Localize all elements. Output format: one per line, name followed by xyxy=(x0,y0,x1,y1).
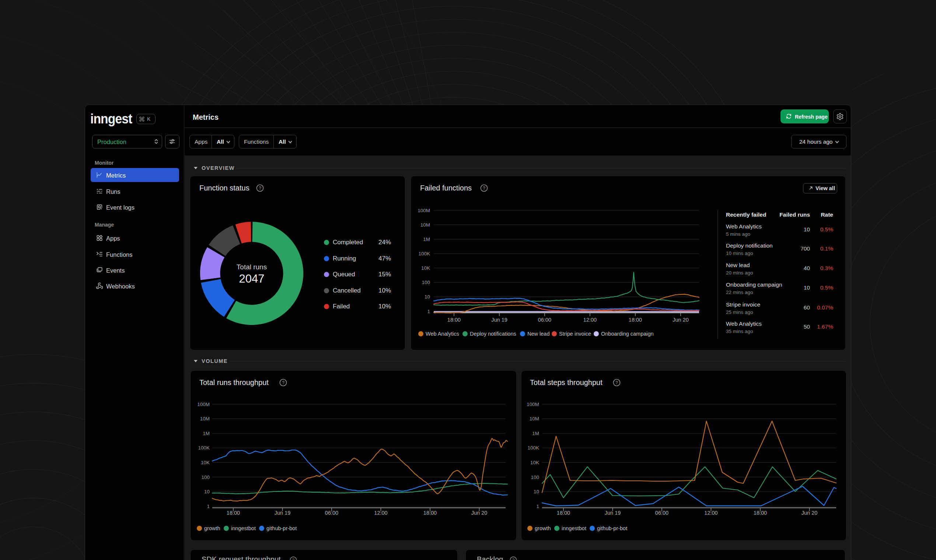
svg-text:100: 100 xyxy=(422,280,430,285)
svg-text:?: ? xyxy=(616,380,618,385)
svg-text:Jun 19: Jun 19 xyxy=(491,317,507,323)
svg-text:Stripe invoice: Stripe invoice xyxy=(559,331,591,337)
svg-text:?: ? xyxy=(282,380,285,385)
svg-text:github-pr-bot: github-pr-bot xyxy=(597,525,627,531)
svg-text:10K: 10K xyxy=(421,265,430,271)
svg-text:10: 10 xyxy=(204,489,210,494)
svg-text:Jun 20: Jun 20 xyxy=(673,317,689,323)
svg-text:Jun 20: Jun 20 xyxy=(471,510,488,516)
svg-text:?: ? xyxy=(259,186,261,191)
svg-text:?: ? xyxy=(512,558,514,560)
svg-text:100: 100 xyxy=(201,474,210,480)
svg-text:1M: 1M xyxy=(532,431,539,436)
svg-text:10M: 10M xyxy=(200,416,210,422)
svg-text:06:00: 06:00 xyxy=(325,510,338,516)
svg-text:10: 10 xyxy=(534,489,539,494)
svg-text:1M: 1M xyxy=(203,431,210,436)
svg-text:inngestbot: inngestbot xyxy=(231,525,256,531)
svg-text:100: 100 xyxy=(531,474,539,480)
svg-text:Jun 19: Jun 19 xyxy=(605,510,621,516)
svg-text:18:00: 18:00 xyxy=(447,317,460,323)
svg-text:06:00: 06:00 xyxy=(538,317,551,323)
svg-text:growth: growth xyxy=(204,525,220,531)
svg-text:10M: 10M xyxy=(530,416,539,422)
svg-text:Jun 20: Jun 20 xyxy=(802,510,818,516)
svg-text:?: ? xyxy=(483,186,485,191)
svg-text:10: 10 xyxy=(425,294,430,300)
svg-text:100M: 100M xyxy=(197,402,210,407)
svg-text:100M: 100M xyxy=(417,208,430,213)
svg-text:github-pr-bot: github-pr-bot xyxy=(266,525,297,531)
svg-text:100M: 100M xyxy=(526,402,539,407)
svg-text:12:00: 12:00 xyxy=(374,510,387,516)
svg-text:Deploy notifications: Deploy notifications xyxy=(470,331,516,337)
svg-text:10M: 10M xyxy=(420,222,430,228)
svg-text:Jun 19: Jun 19 xyxy=(274,510,291,516)
svg-text:12:00: 12:00 xyxy=(583,317,597,323)
svg-text:10K: 10K xyxy=(201,460,210,465)
svg-text:18:00: 18:00 xyxy=(226,510,240,516)
svg-text:10K: 10K xyxy=(530,460,539,465)
svg-text:1: 1 xyxy=(536,504,539,509)
svg-text:100K: 100K xyxy=(418,251,430,257)
svg-text:growth: growth xyxy=(535,525,551,531)
svg-text:18:00: 18:00 xyxy=(557,510,570,516)
svg-text:Web Analytics: Web Analytics xyxy=(426,331,459,337)
svg-text:18:00: 18:00 xyxy=(423,510,437,516)
svg-text:1M: 1M xyxy=(423,237,430,242)
svg-text:12:00: 12:00 xyxy=(704,510,717,516)
svg-text:Onboarding campaign: Onboarding campaign xyxy=(601,331,654,337)
svg-text:1: 1 xyxy=(427,309,430,314)
svg-text:18:00: 18:00 xyxy=(629,317,642,323)
svg-text:1: 1 xyxy=(207,504,210,509)
svg-text:06:00: 06:00 xyxy=(655,510,668,516)
svg-text:New lead: New lead xyxy=(527,331,550,337)
svg-text:100K: 100K xyxy=(198,445,210,451)
svg-text:inngestbot: inngestbot xyxy=(562,525,586,531)
svg-text:100K: 100K xyxy=(527,445,539,451)
svg-text:?: ? xyxy=(292,558,294,560)
svg-text:18:00: 18:00 xyxy=(754,510,767,516)
